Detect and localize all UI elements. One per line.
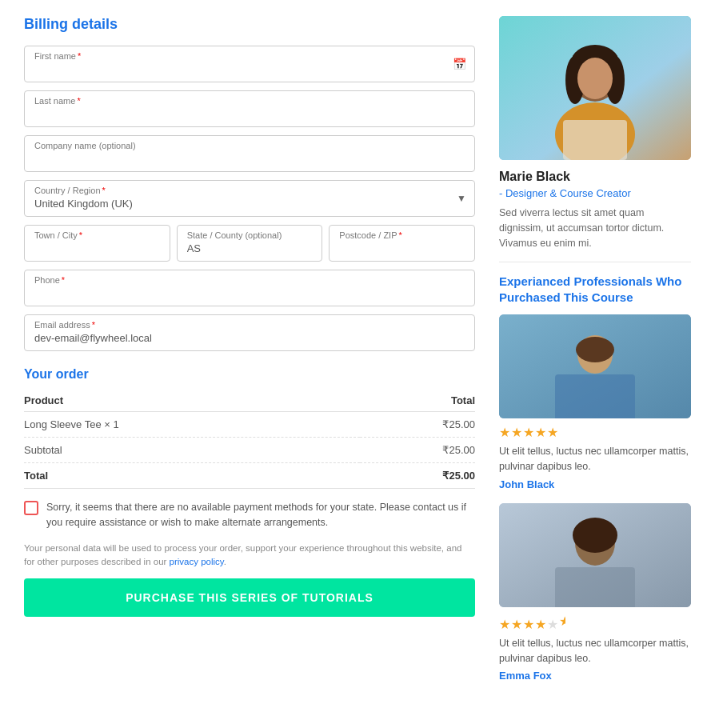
stars-2: ★★★★★★ [499, 614, 691, 632]
town-label: Town / City* [34, 230, 160, 240]
instructor-image [499, 16, 691, 160]
svg-point-10 [576, 337, 614, 362]
subtotal-label: Subtotal [24, 438, 360, 463]
town-field: Town / City* [24, 225, 170, 262]
svg-rect-15 [555, 567, 635, 607]
instructor-photo [499, 16, 691, 160]
billing-title: Billing details [24, 16, 475, 33]
testimonial-quote-1: Ut elit tellus, luctus nec ullamcorper m… [499, 444, 691, 474]
svg-rect-11 [555, 374, 635, 418]
last-name-label: Last name* [34, 96, 465, 106]
testimonial-card-2: ★★★★★★ Ut elit tellus, luctus nec ullamc… [499, 503, 691, 682]
email-label: Email address* [34, 320, 465, 330]
total-value: ₹25.00 [360, 463, 475, 489]
product-header: Product [24, 390, 360, 412]
country-field: Country / Region* United Kingdom (UK) Un… [24, 180, 475, 217]
company-name-label: Company name (optional) [34, 141, 465, 150]
order-title: Your order [24, 367, 475, 382]
postcode-input[interactable] [339, 242, 465, 254]
last-name-field: Last name* [24, 90, 475, 127]
purchase-button[interactable]: PURCHASE THIS SERIES OF TUTORIALS [24, 578, 475, 617]
state-field: State / County (optional) [177, 225, 323, 262]
testimonial-name-2: Emma Fox [499, 670, 691, 682]
warning-icon [24, 501, 38, 515]
company-name-input[interactable] [34, 153, 465, 165]
table-row: Long Sleeve Tee × 1 ₹25.00 [24, 412, 475, 438]
email-field: Email address* [24, 314, 475, 351]
instructor-name: Marie Black [499, 170, 691, 184]
total-row: Total ₹25.00 [24, 463, 475, 489]
calendar-icon: 📅 [453, 58, 466, 70]
payment-notice: Sorry, it seems that there are no availa… [24, 500, 475, 530]
town-input[interactable] [34, 242, 160, 254]
instructor-role: - Designer & Course Creator [499, 187, 691, 199]
stars-1: ★★★★★ [499, 425, 691, 440]
country-label: Country / Region* [34, 186, 465, 195]
testimonial-video-2[interactable] [499, 503, 691, 607]
first-name-label: First name* [34, 51, 465, 61]
svg-point-5 [577, 58, 613, 99]
privacy-policy-link[interactable]: privacy policy [170, 557, 224, 566]
privacy-text: Your personal data will be used to proce… [24, 542, 475, 570]
experienced-section-title: Experianced Professionals Who Purchased … [499, 274, 691, 305]
phone-field: Phone* [24, 270, 475, 306]
first-name-input[interactable] [34, 63, 465, 75]
svg-point-14 [573, 518, 617, 553]
country-select[interactable]: United Kingdom (UK) United States (US) I… [34, 198, 465, 210]
phone-label: Phone* [34, 275, 465, 285]
item-total-cell: ₹25.00 [360, 412, 475, 438]
postcode-field: Postcode / ZIP* [329, 225, 475, 262]
last-name-input[interactable] [34, 108, 465, 120]
phone-input[interactable] [34, 287, 465, 299]
first-name-field: First name* 📅 [24, 46, 475, 82]
video-bg-svg-1 [499, 314, 691, 418]
total-header: Total [360, 390, 475, 412]
state-label: State / County (optional) [187, 230, 313, 240]
email-input[interactable] [34, 332, 465, 344]
item-name-cell: Long Sleeve Tee × 1 [24, 412, 360, 438]
testimonial-card-1: ★★★★★ Ut elit tellus, luctus nec ullamco… [499, 314, 691, 490]
subtotal-row: Subtotal ₹25.00 [24, 438, 475, 463]
subtotal-value: ₹25.00 [360, 438, 475, 463]
postcode-label: Postcode / ZIP* [339, 230, 465, 240]
instructor-svg [499, 16, 691, 160]
order-table: Product Total Long Sleeve Tee × 1 ₹25.00… [24, 390, 475, 489]
testimonial-quote-2: Ut elit tellus, luctus nec ullamcorper m… [499, 636, 691, 666]
video-bg-svg-2 [499, 503, 691, 607]
total-label: Total [24, 463, 360, 489]
state-input[interactable] [187, 242, 313, 254]
company-name-field: Company name (optional) [24, 135, 475, 172]
testimonial-video-1[interactable] [499, 314, 691, 418]
testimonial-name-1: John Black [499, 478, 691, 490]
svg-rect-7 [563, 120, 627, 160]
notice-text: Sorry, it seems that there are no availa… [46, 500, 475, 530]
instructor-bio: Sed viverra lectus sit amet quam digniss… [499, 206, 691, 262]
